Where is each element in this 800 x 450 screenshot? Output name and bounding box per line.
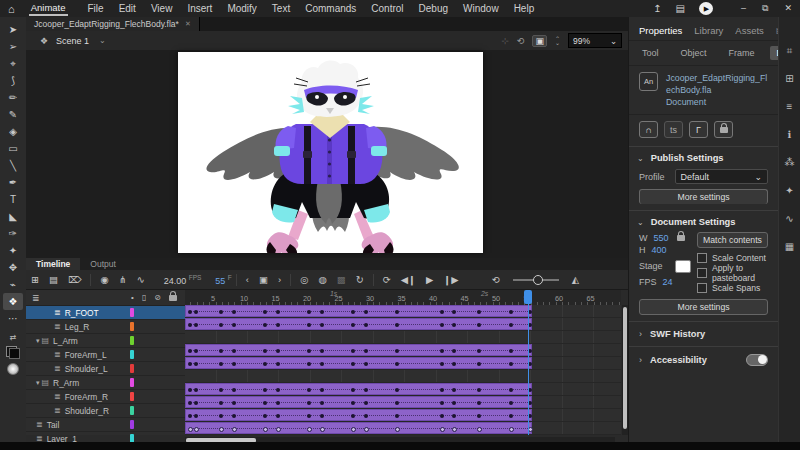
frames-area[interactable]: 51015202530354045505560651s2s [185, 290, 621, 435]
publish-settings-header[interactable]: ⌄ Publish Settings [629, 147, 778, 168]
frames-row-r_arm[interactable] [185, 370, 621, 383]
layer-color-chip[interactable] [130, 406, 134, 415]
tween-span[interactable] [185, 318, 532, 330]
repeat-icon[interactable]: ⟳ [378, 274, 396, 285]
swf-history-header[interactable]: › SWF History [629, 321, 778, 346]
align-panel-icon[interactable]: ≡ [782, 99, 798, 114]
tween-span[interactable] [185, 422, 532, 434]
onion-skin-icon[interactable]: ◎ [295, 274, 313, 285]
delete-layer-icon[interactable]: ⌦ [63, 274, 86, 285]
show-hide-layers-icon[interactable]: ⊘ [154, 293, 161, 302]
layer-row-forearm_r[interactable]: ≣ForeArm_R [26, 390, 185, 404]
timeline-ruler[interactable]: 51015202530354045505560651s2s [185, 290, 621, 306]
menu-file[interactable]: File [88, 3, 104, 14]
layer-color-chip[interactable] [130, 350, 134, 359]
snap-to-objects-icon[interactable]: ∩ [639, 121, 658, 138]
frames-row-tail[interactable] [185, 409, 621, 422]
timeline-zoom-slider[interactable] [513, 279, 559, 281]
pasteboard[interactable] [26, 50, 628, 258]
minimize-button[interactable]: – [741, 3, 746, 14]
menu-insert[interactable]: Insert [187, 3, 212, 14]
rectangle-tool-icon[interactable]: ▭ [3, 140, 23, 157]
frames-row-leg_r[interactable] [185, 318, 621, 331]
match-contents-button[interactable]: Match contents [697, 232, 768, 248]
asset-sculpt-panel-icon[interactable]: ✦ [782, 183, 798, 198]
apply-pasteboard-checkbox[interactable] [697, 268, 707, 278]
frames-row-shoulder_r[interactable] [185, 396, 621, 409]
loop-icon[interactable]: ↻ [351, 274, 369, 285]
layer-row-shoulder_r[interactable]: ≣Shoulder_R [26, 404, 185, 418]
close-button[interactable]: ✕ [784, 3, 792, 14]
gradient-swatch[interactable] [7, 363, 19, 375]
tween-span[interactable] [185, 357, 532, 369]
layer-row-r_foot[interactable]: ≣R_FOOT [26, 306, 185, 320]
menu-window[interactable]: Window [463, 3, 499, 14]
tween-span[interactable] [185, 396, 532, 408]
paint-bucket-tool-icon[interactable]: ◣ [3, 208, 23, 225]
restore-button[interactable]: ⧉ [762, 3, 768, 14]
stage-color-swatch[interactable] [675, 260, 691, 273]
layer-row-tail[interactable]: ≣Tail [26, 418, 185, 432]
menu-commands[interactable]: Commands [305, 3, 356, 14]
highlight-layers-icon[interactable]: • [131, 293, 134, 302]
text-tool-icon[interactable]: T [3, 191, 23, 208]
subtab-object[interactable]: Object [674, 46, 714, 60]
tween-span[interactable] [185, 409, 532, 421]
rig-tool-icon[interactable]: ❖ [3, 293, 23, 310]
new-folder-icon[interactable]: ▤ [44, 274, 63, 285]
publish-more-settings-button[interactable]: More settings [639, 189, 768, 204]
rotation-tool-icon[interactable]: ⟲ [517, 36, 525, 46]
tab-library[interactable]: Library [694, 25, 723, 36]
layer-row-r_arm[interactable]: ▾▤R_Arm [26, 376, 185, 390]
accessibility-toggle[interactable] [746, 354, 768, 366]
layer-color-chip[interactable] [130, 364, 134, 373]
tab-assets[interactable]: Assets [735, 25, 764, 36]
camera-icon[interactable]: ◉ [95, 274, 113, 285]
lock-layers-icon[interactable] [169, 295, 177, 301]
playhead-handle[interactable] [524, 290, 532, 304]
layer-row-forearm_l[interactable]: ≣ForeArm_L [26, 348, 185, 362]
height-value[interactable]: 400 [652, 245, 667, 255]
link-wh-lock-icon[interactable] [677, 235, 685, 241]
tween-span[interactable] [185, 383, 532, 395]
free-transform-tool-icon[interactable]: ⌖ [3, 55, 23, 72]
tween-span[interactable] [185, 344, 532, 356]
document-more-settings-button[interactable]: More settings [639, 299, 768, 315]
reset-timeline-zoom-icon[interactable]: ⟲ [487, 274, 505, 285]
line-tool-icon[interactable]: ╲ [3, 157, 23, 174]
workspace-icon[interactable]: ▤ [676, 3, 685, 14]
bone-tool-icon[interactable]: ⌁ [3, 276, 23, 293]
frames-row-shoulder_l[interactable] [185, 357, 621, 370]
timeline-tab-output[interactable]: Output [80, 258, 126, 270]
layer-color-chip[interactable] [130, 392, 134, 401]
swap-colors-icon[interactable]: ⇄ [10, 333, 17, 342]
accessibility-header[interactable]: › Accessibility [629, 346, 778, 373]
frame-picker-panel-icon[interactable]: ▦ [782, 239, 798, 254]
layer-color-chip[interactable] [130, 336, 134, 345]
tab-close-icon[interactable]: ✕ [185, 20, 191, 28]
menu-debug[interactable]: Debug [419, 3, 448, 14]
selection-tool-icon[interactable]: ➤ [3, 21, 23, 38]
onion-skin-outlines-icon[interactable]: ◍ [313, 274, 331, 285]
classic-brush-tool-icon[interactable]: ✎ [3, 106, 23, 123]
folder-expand-icon[interactable]: ▾ [36, 379, 40, 387]
graph-editor-icon[interactable]: ∿ [132, 274, 150, 285]
prev-keyframe-icon[interactable]: ◀❙ [396, 274, 421, 285]
profile-dropdown[interactable]: Default ⌄ [675, 169, 768, 184]
brush-library-panel-icon[interactable]: ⁂ [782, 155, 798, 170]
lock-guides-icon[interactable] [714, 121, 733, 138]
eraser-tool-icon[interactable]: ◈ [3, 123, 23, 140]
layer-color-chip[interactable] [130, 420, 134, 429]
scale-spans-checkbox[interactable] [697, 283, 707, 293]
frames-row-forearm_l[interactable] [185, 344, 621, 357]
chevron-down-icon[interactable]: ⌄ [99, 36, 106, 45]
frames-grid[interactable] [185, 305, 621, 435]
layer-color-chip[interactable] [130, 378, 134, 387]
layer-row-shoulder_l[interactable]: ≣Shoulder_L [26, 362, 185, 376]
menu-help[interactable]: Help [514, 3, 535, 14]
new-layer-icon[interactable]: ⊞ [26, 274, 44, 285]
frames-row-forearm_r[interactable] [185, 383, 621, 396]
fluid-brush-tool-icon[interactable]: ✏ [3, 89, 23, 106]
snap-align-icon[interactable]: Γ [689, 121, 708, 138]
home-icon[interactable]: ⌂ [8, 3, 15, 15]
